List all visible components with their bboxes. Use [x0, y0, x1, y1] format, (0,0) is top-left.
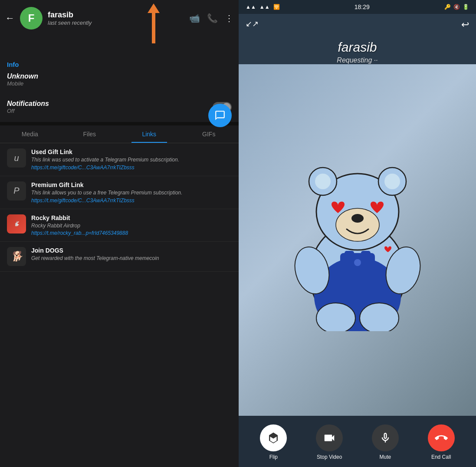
- info-label: Info: [7, 61, 232, 68]
- mute-label: Mute: [380, 454, 391, 460]
- unknown-info: Unknown Mobile: [7, 72, 232, 87]
- key-icon: 🔑: [444, 4, 451, 10]
- stop-video-circle: [316, 424, 343, 451]
- used-gift-url[interactable]: https://t.me/giftcode/C...C3AwAA7rrkTIZb…: [31, 164, 179, 171]
- right-panel: ▲▲ ▲▲ 🛜 18:29 🔑 🔇 🔋 ↙↗ ↩ farasib Request…: [239, 0, 476, 467]
- rocky-rabbit-content: Rocky Rabbit Rocky Rabbit Airdrop https:…: [31, 214, 128, 237]
- dogs-content: Join DOGS Get rewarded with the most Tel…: [31, 247, 159, 263]
- end-call-icon: [435, 431, 448, 444]
- notifications-state: Off: [7, 108, 49, 114]
- tab-files[interactable]: Files: [60, 125, 120, 143]
- list-item[interactable]: 🐕 Join DOGS Get rewarded with the most T…: [0, 242, 239, 272]
- arrow-indicator: [148, 3, 160, 43]
- rocky-rabbit-url[interactable]: https://t.me/rocky_rab...p=frId746534988…: [31, 230, 128, 236]
- notif-info: Notifications Off: [7, 100, 49, 114]
- rocky-rabbit-desc: Rocky Rabbit Airdrop: [31, 222, 128, 230]
- phone-icon[interactable]: 📞: [207, 13, 218, 23]
- svg-point-11: [336, 208, 379, 241]
- mute-button[interactable]: Mute: [372, 424, 399, 460]
- used-gift-desc: This link was used to activate a Telegra…: [31, 156, 179, 164]
- flip-circle: [260, 424, 287, 451]
- contact-info: F farasib last seen recently: [20, 7, 189, 30]
- notifications-label: Notifications: [7, 100, 49, 108]
- teddy-bear-image: [288, 149, 427, 331]
- flip-label: Flip: [269, 454, 278, 460]
- call-name: farasib: [239, 40, 476, 55]
- minimize-button[interactable]: ↙↗: [246, 19, 259, 29]
- premium-gift-desc: This link allows you to use a free Teleg…: [31, 189, 182, 197]
- tab-media[interactable]: Media: [0, 125, 60, 143]
- chat-icon: [214, 110, 226, 121]
- unknown-value: Unknown: [7, 72, 232, 80]
- used-gift-content: Used Gift Link This link was used to act…: [31, 148, 179, 171]
- call-video-area: [239, 64, 476, 416]
- list-item[interactable]: 🐇 Rocky Rabbit Rocky Rabbit Airdrop http…: [0, 209, 239, 242]
- stop-video-button[interactable]: Stop Video: [316, 424, 343, 460]
- left-panel: ← F farasib last seen recently 📹 📞 ⋮ I: [0, 0, 239, 467]
- time-display: 18:29: [355, 3, 370, 10]
- contact-header: ← F farasib last seen recently 📹 📞 ⋮: [0, 0, 239, 36]
- mute-circle: [372, 424, 399, 451]
- end-call-circle: [428, 424, 455, 451]
- signal-indicators: ▲▲ ▲▲ 🛜: [246, 4, 280, 10]
- status-icons-right: 🔑 🔇 🔋: [444, 4, 469, 10]
- list-item[interactable]: P Premium Gift Link This link allows you…: [0, 176, 239, 209]
- premium-gift-url[interactable]: https://t.me/giftcode/C...C3AwAA7rrkTIZb…: [31, 197, 182, 204]
- premium-gift-title: Premium Gift Link: [31, 181, 182, 188]
- svg-point-8: [315, 174, 331, 189]
- call-settings-button[interactable]: ↩: [461, 19, 469, 30]
- back-button[interactable]: ←: [5, 13, 15, 24]
- signal-bars-2: ▲▲: [259, 4, 270, 10]
- video-call-icon[interactable]: 📹: [189, 13, 200, 23]
- arrow-line: [152, 13, 155, 43]
- header-icons: 📹 📞 ⋮: [189, 13, 233, 23]
- dogs-desc: Get rewarded with the most Telegram-nati…: [31, 255, 159, 262]
- signal-bars-1: ▲▲: [246, 4, 256, 10]
- end-call-label: End Call: [431, 454, 451, 460]
- flip-icon: [267, 431, 280, 444]
- battery-icon: 🔋: [463, 4, 469, 10]
- contact-name: farasib: [48, 10, 92, 20]
- tab-gifs[interactable]: GIFs: [179, 125, 239, 143]
- call-top-controls: ↙↗ ↩: [239, 14, 476, 36]
- info-section: Info Unknown Mobile: [0, 54, 239, 95]
- call-contact-info: farasib Requesting ··: [239, 36, 476, 64]
- chat-button[interactable]: [208, 104, 232, 127]
- used-gift-icon: u: [7, 148, 26, 168]
- more-icon[interactable]: ⋮: [225, 13, 233, 23]
- premium-gift-content: Premium Gift Link This link allows you t…: [31, 181, 182, 204]
- svg-point-16: [354, 259, 361, 266]
- arrow-up-icon: [148, 3, 160, 13]
- avatar: F: [20, 7, 43, 30]
- rocky-rabbit-icon: 🐇: [7, 214, 26, 234]
- contact-text: farasib last seen recently: [48, 10, 92, 26]
- tabs-row: Media Files Links GIFs: [0, 125, 239, 143]
- list-item[interactable]: u Used Gift Link This link was used to a…: [0, 143, 239, 176]
- tab-links[interactable]: Links: [119, 125, 179, 143]
- call-status: Requesting ··: [239, 56, 476, 64]
- rocky-rabbit-title: Rocky Rabbit: [31, 214, 128, 221]
- mute-icon: 🔇: [453, 4, 460, 10]
- svg-point-10: [384, 174, 400, 189]
- stop-video-icon: [323, 431, 336, 444]
- used-gift-title: Used Gift Link: [31, 148, 179, 155]
- svg-point-2: [316, 303, 355, 331]
- svg-point-3: [360, 303, 399, 331]
- svg-point-12: [351, 214, 364, 223]
- status-bar: ▲▲ ▲▲ 🛜 18:29 🔑 🔇 🔋: [239, 0, 476, 14]
- mobile-label: Mobile: [7, 80, 232, 87]
- end-call-button[interactable]: End Call: [428, 424, 455, 460]
- dogs-icon: 🐕: [7, 247, 26, 266]
- dogs-title: Join DOGS: [31, 247, 159, 254]
- wifi-icon: 🛜: [273, 4, 280, 10]
- notifications-row: Notifications Off: [0, 95, 239, 118]
- section-divider: [0, 122, 239, 125]
- links-list: u Used Gift Link This link was used to a…: [0, 143, 239, 467]
- contact-status: last seen recently: [48, 20, 92, 26]
- mute-icon: [379, 432, 391, 444]
- flip-button[interactable]: Flip: [260, 424, 287, 460]
- stop-video-label: Stop Video: [317, 454, 342, 460]
- call-bottom-controls: Flip Stop Video Mute: [239, 416, 476, 467]
- premium-gift-icon: P: [7, 181, 26, 201]
